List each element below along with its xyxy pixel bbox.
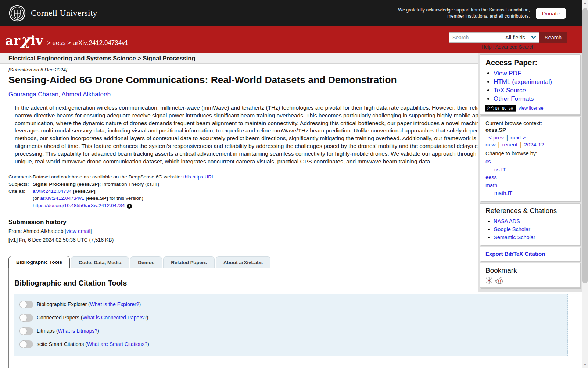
- what-are-smart-citations-link[interactable]: What are Smart Citations?: [87, 341, 147, 347]
- subjects-label: Subjects:: [8, 181, 33, 188]
- cornell-seal-icon: [9, 5, 26, 22]
- new-link[interactable]: new: [485, 141, 496, 148]
- donate-button[interactable]: Donate: [536, 8, 566, 19]
- search-scope-value: All fields: [505, 35, 525, 40]
- arxiv-logo-chi: χ: [21, 31, 31, 48]
- browse-math-it-link[interactable]: math.IT: [494, 190, 512, 196]
- references-links: NASA ADS Google Scholar Semantic Scholar: [485, 217, 574, 241]
- tab-demos[interactable]: Demos: [130, 256, 162, 268]
- scroll-up-arrow-icon[interactable]: ▲: [582, 0, 588, 6]
- search-scope-select[interactable]: All fields: [502, 32, 539, 43]
- other-formats-link[interactable]: Other Formats: [494, 95, 534, 102]
- next-link[interactable]: next >: [510, 134, 526, 141]
- banner-breadcrumb: arχiv > eess > arXiv:2412.04734v1: [5, 32, 128, 47]
- prev-next-row: < prev|next >: [488, 134, 574, 141]
- cornell-header: Cornell University We gratefully acknowl…: [0, 0, 588, 26]
- tool-row-litmaps: Litmaps (What is Litmaps?): [19, 327, 567, 335]
- tab-related-papers[interactable]: Related Papers: [163, 256, 215, 268]
- scroll-down-arrow-icon[interactable]: ▼: [582, 362, 588, 368]
- cornell-wordmark: Cornell University: [31, 8, 97, 18]
- connected-papers-toggle[interactable]: [19, 314, 33, 322]
- access-links: View PDF HTML (experimental) TeX Source …: [485, 69, 574, 103]
- tool-label: Litmaps (What is Litmaps?): [37, 328, 99, 334]
- author-link[interactable]: Gouranga Charan: [8, 91, 58, 98]
- breadcrumb-eess-link[interactable]: eess: [53, 39, 66, 46]
- author-separator: ,: [58, 91, 62, 98]
- scrollbar-thumb[interactable]: [582, 8, 588, 283]
- breadcrumb: > eess > arXiv:2412.04734v1: [47, 39, 128, 47]
- subjects-value: Signal Processing (eess.SP); Information…: [33, 181, 159, 188]
- reddit-icon[interactable]: [495, 277, 504, 284]
- arxiv-logo[interactable]: arχiv: [5, 32, 43, 47]
- chevron-down-icon: [531, 36, 536, 39]
- author-link[interactable]: Ahmed Alkhateeb: [62, 91, 111, 98]
- what-is-litmaps-link[interactable]: What is Litmaps?: [58, 328, 97, 334]
- citation-tools-panel: Bibliographic Explorer (What is the Expl…: [14, 294, 568, 356]
- semantic-scholar-link[interactable]: Semantic Scholar: [494, 234, 535, 240]
- license-row: ccBY-NC-SA view license: [485, 105, 574, 111]
- view-email-link[interactable]: view email: [66, 228, 90, 234]
- list-item: eess: [485, 174, 574, 182]
- browse-cs-link[interactable]: cs: [485, 159, 491, 164]
- list-item: Google Scholar: [494, 225, 574, 233]
- search-input[interactable]: [449, 32, 502, 43]
- toggle-knob: [20, 314, 27, 321]
- tab-about-arxivlabs[interactable]: About arXivLabs: [216, 256, 270, 268]
- arxiv-abstract-page: Cornell University We gratefully acknowl…: [0, 0, 588, 368]
- references-citations-box: References & Citations NASA ADS Google S…: [480, 203, 580, 245]
- what-is-connected-papers-link[interactable]: What is Connected Papers?: [83, 315, 147, 321]
- list-item: cs: [485, 158, 574, 166]
- arxiv-banner: arχiv > eess > arXiv:2412.04734v1 All fi…: [0, 26, 588, 53]
- tool-label: Bibliographic Explorer (What is the Expl…: [37, 301, 141, 307]
- litmaps-toggle[interactable]: [19, 327, 33, 335]
- breadcrumb-sep: >: [47, 39, 51, 46]
- nasa-ads-link[interactable]: NASA ADS: [494, 218, 520, 224]
- google-scholar-link[interactable]: Google Scholar: [494, 226, 530, 232]
- search-area: All fields Search Help | Advanced Search: [449, 32, 567, 50]
- access-paper-title: Access Paper:: [485, 58, 574, 67]
- change-browse-label: Change to browse by:: [485, 151, 574, 156]
- doi-link[interactable]: https://doi.org/10.48550/arXiv.2412.0473…: [33, 203, 125, 208]
- prev-link[interactable]: < prev: [488, 134, 504, 141]
- browse-cs-it-link[interactable]: cs.IT: [494, 167, 506, 173]
- tab-code-data-media[interactable]: Code, Data, Media: [71, 256, 129, 268]
- subject-bar: Electrical Engineering and Systems Scien…: [0, 53, 478, 64]
- scrollbar[interactable]: ▲ ▼: [582, 0, 588, 368]
- tab-bibliographic-tools[interactable]: Bibliographic Tools: [8, 256, 70, 268]
- view-pdf-link[interactable]: View PDF: [494, 70, 521, 77]
- help-link[interactable]: Help: [481, 44, 492, 50]
- browse-math-link[interactable]: math: [485, 183, 497, 188]
- comments-value: Dataset and codebase are available on th…: [33, 173, 215, 180]
- html-experimental-link[interactable]: HTML (experimental): [494, 78, 552, 85]
- bibliographic-explorer-toggle[interactable]: [19, 301, 33, 308]
- browse-context-label: Current browse context:: [485, 120, 574, 126]
- labs-tab-row: Bibliographic Tools Code, Data, Media De…: [8, 256, 573, 268]
- toggle-knob: [20, 301, 27, 308]
- search-button[interactable]: Search: [539, 32, 567, 43]
- recent-link[interactable]: recent: [502, 141, 517, 148]
- browse-eess-link[interactable]: eess: [485, 174, 497, 180]
- what-is-explorer-link[interactable]: What is the Explorer?: [90, 301, 139, 307]
- breadcrumb-paper-id-link[interactable]: arXiv:2412.04734v1: [73, 39, 128, 46]
- list-item: Other Formats: [494, 95, 574, 103]
- tex-source-link[interactable]: TeX Source: [494, 87, 526, 94]
- arxiv-id-link[interactable]: arXiv:2412.04734: [33, 188, 72, 194]
- info-icon[interactable]: i: [127, 204, 132, 209]
- subject-primary: Electrical Engineering and Systems Scien…: [8, 55, 136, 61]
- advanced-search-link[interactable]: Advanced Search: [495, 44, 535, 50]
- arxiv-version-link[interactable]: arXiv:2412.04734v1: [40, 195, 84, 201]
- cornell-brand-link[interactable]: Cornell University: [9, 5, 97, 22]
- month-link[interactable]: 2024-12: [524, 141, 544, 148]
- references-citations-title: References & Citations: [485, 207, 574, 215]
- member-institutions-link[interactable]: member institutions: [447, 14, 487, 19]
- tool-row-scite: scite Smart Citations (What are Smart Ci…: [19, 340, 567, 348]
- browse-context-value: eess.SP: [485, 127, 574, 133]
- scite-toggle[interactable]: [19, 340, 33, 348]
- bibsonomy-icon[interactable]: [485, 277, 493, 284]
- cc-by-nc-sa-badge[interactable]: ccBY-NC-SA: [485, 105, 516, 111]
- comments-label: Comments:: [8, 173, 33, 180]
- tool-row-bibliographic-explorer: Bibliographic Explorer (What is the Expl…: [19, 301, 567, 308]
- browse-context-box: Current browse context: eess.SP < prev|n…: [480, 117, 580, 201]
- view-license-link[interactable]: view license: [519, 106, 543, 111]
- deepsense-url-link[interactable]: this https URL: [183, 174, 215, 180]
